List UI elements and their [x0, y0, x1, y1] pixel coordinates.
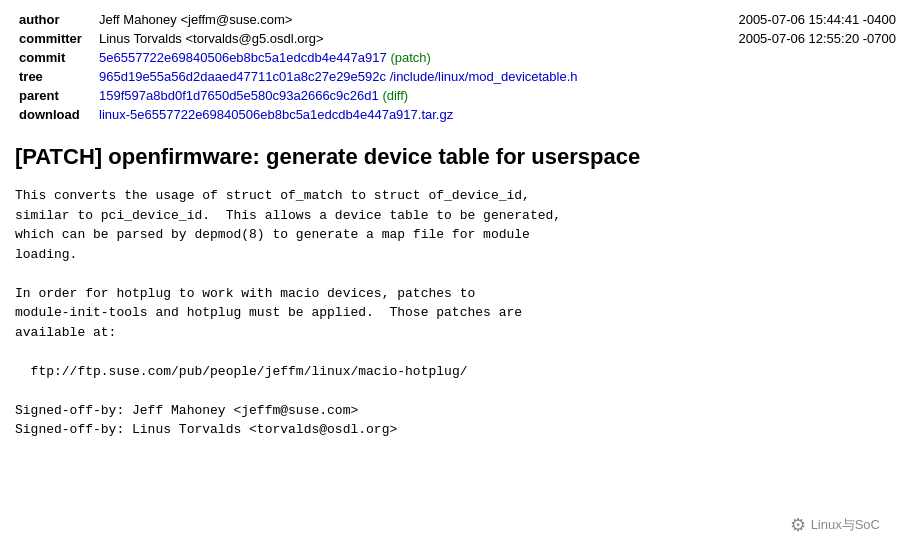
metadata-label: committer	[15, 29, 95, 48]
metadata-table: authorJeff Mahoney <jeffm@suse.com>2005-…	[15, 10, 900, 124]
metadata-link[interactable]: 159f597a8bd0f1d7650d5e580c93a2666c9c26d1	[99, 88, 379, 103]
metadata-row: commit5e6557722e69840506eb8bc5a1edcdb4e4…	[15, 48, 900, 67]
patch-body: This converts the usage of struct of_mat…	[15, 186, 900, 440]
metadata-date	[701, 67, 900, 86]
metadata-row: authorJeff Mahoney <jeffm@suse.com>2005-…	[15, 10, 900, 29]
metadata-value: Linus Torvalds <torvalds@g5.osdl.org>	[95, 29, 681, 48]
metadata-date	[701, 86, 900, 105]
metadata-label: parent	[15, 86, 95, 105]
metadata-row: parent159f597a8bd0f1d7650d5e580c93a2666c…	[15, 86, 900, 105]
metadata-value: linux-5e6557722e69840506eb8bc5a1edcdb4e4…	[95, 105, 681, 124]
metadata-row: downloadlinux-5e6557722e69840506eb8bc5a1…	[15, 105, 900, 124]
metadata-date: 2005-07-06 15:44:41 -0400	[701, 10, 900, 29]
metadata-date	[701, 48, 900, 67]
metadata-link[interactable]: linux-5e6557722e69840506eb8bc5a1edcdb4e4…	[99, 107, 453, 122]
metadata-label: commit	[15, 48, 95, 67]
metadata-extra-link[interactable]: /include/linux/mod_devicetable.h	[390, 69, 578, 84]
metadata-link[interactable]: 5e6557722e69840506eb8bc5a1edcdb4e447a917	[99, 50, 387, 65]
metadata-label: download	[15, 105, 95, 124]
metadata-value: Jeff Mahoney <jeffm@suse.com>	[95, 10, 681, 29]
metadata-row: tree965d19e55a56d2daaed47711c01a8c27e29e…	[15, 67, 900, 86]
watermark: ⚙ Linux与SoC	[790, 514, 880, 536]
page-wrapper: authorJeff Mahoney <jeffm@suse.com>2005-…	[15, 10, 900, 538]
metadata-value: 159f597a8bd0f1d7650d5e580c93a2666c9c26d1…	[95, 86, 681, 105]
metadata-link[interactable]: 965d19e55a56d2daaed47711c01a8c27e29e592c	[99, 69, 386, 84]
metadata-label: author	[15, 10, 95, 29]
metadata-extra-text: (patch)	[390, 50, 430, 65]
metadata-value: 5e6557722e69840506eb8bc5a1edcdb4e447a917…	[95, 48, 681, 67]
metadata-row: committerLinus Torvalds <torvalds@g5.osd…	[15, 29, 900, 48]
watermark-text: Linux与SoC	[811, 516, 880, 534]
metadata-extra-text: (diff)	[382, 88, 408, 103]
metadata-label: tree	[15, 67, 95, 86]
metadata-value: 965d19e55a56d2daaed47711c01a8c27e29e592c…	[95, 67, 681, 86]
metadata-date: 2005-07-06 12:55:20 -0700	[701, 29, 900, 48]
watermark-icon: ⚙	[790, 514, 806, 536]
metadata-date	[701, 105, 900, 124]
patch-title: [PATCH] openfirmware: generate device ta…	[15, 144, 900, 170]
